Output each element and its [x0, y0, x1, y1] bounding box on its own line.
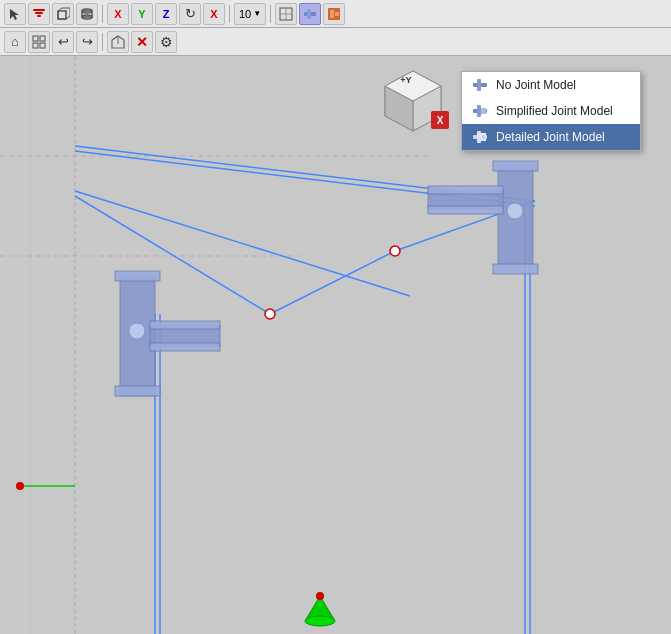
svg-rect-18: [40, 36, 45, 41]
svg-rect-2: [35, 12, 43, 14]
number-dropdown[interactable]: 10 ▼: [234, 3, 266, 25]
svg-rect-13: [307, 9, 311, 19]
detailed-joint-label: Detailed Joint Model: [496, 130, 605, 144]
svg-rect-73: [477, 131, 481, 143]
svg-line-22: [112, 36, 118, 40]
no-joint-label: No Joint Model: [496, 78, 576, 92]
home-button[interactable]: ⌂: [4, 31, 26, 53]
detailed-joint-model-item[interactable]: Detailed Joint Model: [462, 124, 640, 150]
snap-button[interactable]: [275, 3, 297, 25]
select-button[interactable]: [4, 3, 26, 25]
rotate-button[interactable]: ↻: [179, 3, 201, 25]
simplified-joint-label: Simplified Joint Model: [496, 104, 613, 118]
svg-rect-17: [33, 36, 38, 41]
no-joint-icon: [472, 77, 488, 93]
svg-rect-43: [115, 386, 160, 396]
svg-rect-51: [493, 161, 538, 171]
svg-rect-46: [150, 343, 220, 351]
viewport[interactable]: X +Y No Joint Model Simplified Joint Mod…: [0, 56, 671, 634]
svg-rect-15: [330, 10, 334, 18]
redo-button[interactable]: ↪: [76, 31, 98, 53]
svg-marker-0: [10, 9, 19, 20]
svg-point-37: [390, 246, 400, 256]
filter-button[interactable]: [28, 3, 50, 25]
svg-rect-52: [493, 264, 538, 274]
move-y-button[interactable]: Y: [131, 3, 153, 25]
svg-rect-4: [58, 11, 66, 19]
svg-marker-5: [58, 8, 70, 19]
simplified-joint-model-item[interactable]: Simplified Joint Model: [462, 98, 640, 124]
svg-text:+Y: +Y: [400, 75, 411, 85]
svg-point-59: [316, 592, 324, 600]
move-x-button[interactable]: X: [107, 3, 129, 25]
svg-rect-16: [335, 12, 339, 16]
box-button[interactable]: [52, 3, 74, 25]
svg-point-30: [16, 482, 24, 490]
settings-button[interactable]: ⚙: [155, 31, 177, 53]
joint-model-menu: No Joint Model Simplified Joint Model De…: [461, 71, 641, 151]
svg-rect-42: [115, 271, 160, 281]
svg-point-58: [305, 616, 335, 626]
svg-rect-45: [150, 321, 220, 329]
svg-rect-20: [40, 43, 45, 48]
svg-rect-1: [33, 9, 45, 11]
detailed-joint-icon: [472, 129, 488, 145]
simplified-joint-icon: [472, 103, 488, 119]
nav-cube[interactable]: X +Y: [376, 66, 451, 141]
x-axis-button[interactable]: X: [203, 3, 225, 25]
svg-rect-55: [428, 206, 503, 214]
svg-point-56: [507, 203, 523, 219]
render-button[interactable]: [323, 3, 345, 25]
delete-button[interactable]: ✕: [131, 31, 153, 53]
grid-button[interactable]: [28, 31, 50, 53]
svg-text:X: X: [437, 115, 444, 126]
svg-rect-68: [477, 79, 481, 91]
svg-rect-3: [37, 15, 41, 17]
svg-rect-19: [33, 43, 38, 48]
toolbar-second: ⌂ ↩ ↪ ✕ ⚙: [0, 28, 671, 56]
svg-rect-74: [481, 133, 486, 141]
toolbar-top: X Y Z ↻ X 10 ▼: [0, 0, 671, 28]
svg-rect-71: [481, 108, 486, 114]
svg-point-38: [265, 309, 275, 319]
no-joint-model-item[interactable]: No Joint Model: [462, 72, 640, 98]
svg-point-47: [129, 323, 145, 339]
xy-plane-button[interactable]: [107, 31, 129, 53]
joint-model-button[interactable]: [299, 3, 321, 25]
cylinder-button[interactable]: [76, 3, 98, 25]
svg-rect-70: [477, 105, 481, 117]
svg-rect-54: [428, 186, 503, 194]
undo-button[interactable]: ↩: [52, 31, 74, 53]
move-z-button[interactable]: Z: [155, 3, 177, 25]
